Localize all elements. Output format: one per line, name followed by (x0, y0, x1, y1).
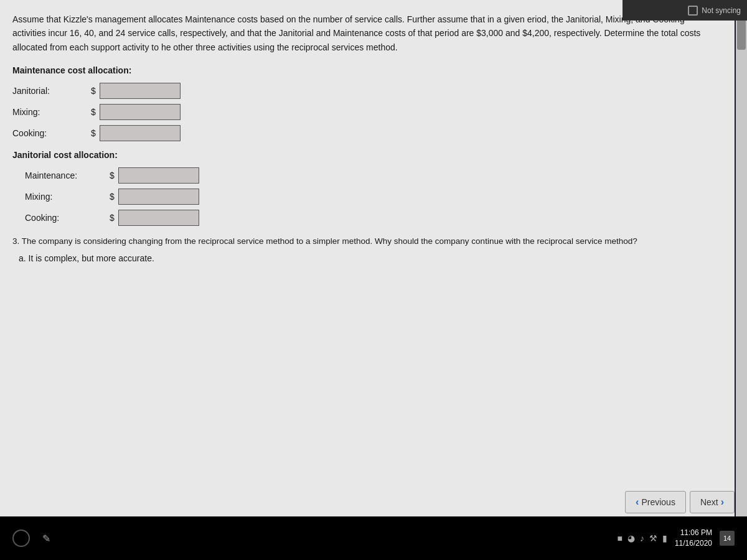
time-date-block: 11:06 PM 11/16/2020 (675, 528, 712, 549)
scrollbar[interactable] (736, 0, 747, 516)
janitorial-mixing-input[interactable] (118, 189, 199, 205)
taskbar-app-icon[interactable]: 14 (720, 531, 735, 546)
maintenance-mixing-input[interactable] (100, 104, 181, 120)
taskbar-network-icon: ⚒ (649, 533, 657, 543)
taskbar-app-label: 14 (723, 534, 731, 542)
maintenance-mixing-dollar: $ (91, 107, 96, 117)
janitorial-mixing-row: Mixing: $ (25, 189, 716, 205)
maintenance-section: Maintenance cost allocation: Janitorial:… (12, 65, 716, 141)
main-content-area: Assume that Kizzle's management allocate… (0, 0, 735, 516)
question-3-text: 3. The company is considering changing f… (12, 235, 716, 248)
taskbar-right: ■ ◕ ♪ ⚒ ▮ 11:06 PM 11/16/2020 14 (617, 528, 735, 549)
navigation-area: ‹ Previous Next › (625, 491, 735, 513)
janitorial-section: Janitorial cost allocation: Maintenance:… (12, 150, 716, 226)
taskbar-notif-icons: ■ ◕ ♪ ⚒ ▮ (617, 533, 667, 543)
janitorial-mixing-label: Mixing: (25, 192, 106, 202)
maintenance-janitorial-label: Janitorial: (12, 86, 87, 96)
next-button[interactable]: Next › (690, 491, 735, 513)
janitorial-maintenance-label: Maintenance: (25, 170, 106, 180)
taskbar-wifi-icon: ◕ (627, 533, 635, 543)
taskbar-time: 11:06 PM (675, 528, 712, 538)
janitorial-cooking-row: Cooking: $ (25, 210, 716, 226)
next-label: Next (700, 497, 718, 507)
janitorial-maintenance-dollar: $ (110, 170, 115, 180)
not-syncing-label: Not syncing (688, 6, 741, 16)
previous-label: Previous (641, 497, 675, 507)
taskbar-monitor-icon: ■ (617, 533, 622, 543)
sync-icon (688, 6, 698, 16)
taskbar-date: 11/16/2020 (675, 538, 712, 549)
taskbar-battery-icon: ▮ (662, 533, 667, 543)
janitorial-cooking-input[interactable] (118, 210, 199, 226)
janitorial-heading: Janitorial cost allocation: (12, 150, 716, 160)
maintenance-cooking-label: Cooking: (12, 128, 87, 138)
maintenance-janitorial-input[interactable] (100, 83, 181, 99)
previous-button[interactable]: ‹ Previous (625, 491, 686, 513)
maintenance-cooking-row: Cooking: $ (12, 125, 716, 141)
previous-chevron-icon: ‹ (636, 497, 639, 508)
janitorial-cooking-dollar: $ (110, 213, 115, 223)
janitorial-cooking-label: Cooking: (25, 213, 106, 223)
start-button[interactable] (12, 530, 30, 547)
maintenance-cooking-dollar: $ (91, 128, 96, 138)
janitorial-maintenance-input[interactable] (118, 167, 199, 184)
maintenance-mixing-row: Mixing: $ (12, 104, 716, 120)
janitorial-maintenance-row: Maintenance: $ (25, 167, 716, 184)
maintenance-cooking-input[interactable] (100, 125, 181, 141)
question-intro-text: Assume that Kizzle's management allocate… (12, 12, 716, 54)
maintenance-janitorial-dollar: $ (91, 86, 96, 96)
not-syncing-text: Not syncing (702, 6, 741, 15)
taskbar-search-icon[interactable]: ✎ (42, 533, 50, 544)
janitorial-mixing-dollar: $ (110, 192, 115, 202)
taskbar-left: ✎ (12, 530, 50, 547)
maintenance-janitorial-row: Janitorial: $ (12, 83, 716, 99)
sync-status-bar: Not syncing (622, 0, 747, 21)
maintenance-heading: Maintenance cost allocation: (12, 65, 716, 75)
taskbar: ✎ ■ ◕ ♪ ⚒ ▮ 11:06 PM 11/16/2020 14 (0, 516, 747, 560)
next-chevron-icon: › (721, 497, 724, 508)
question-3-answer: a. It is complex, but more accurate. (19, 253, 716, 263)
maintenance-mixing-label: Mixing: (12, 107, 87, 117)
taskbar-volume-icon: ♪ (640, 533, 644, 543)
